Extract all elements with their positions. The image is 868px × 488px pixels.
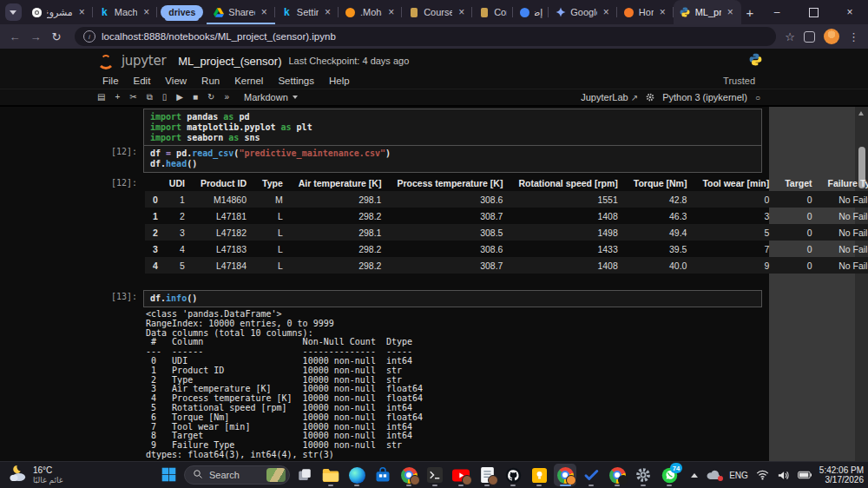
github-icon[interactable] <box>502 464 524 486</box>
debugger-icon[interactable] <box>646 89 654 105</box>
row-index: 4 <box>145 257 161 274</box>
profile-avatar[interactable] <box>824 29 839 44</box>
edge-icon[interactable] <box>345 464 368 486</box>
microsoft-store-icon[interactable] <box>372 464 394 486</box>
chrome-active-icon[interactable] <box>554 464 576 486</box>
browser-tab[interactable]: .Moham× <box>339 0 402 24</box>
code-cell-imports[interactable]: import pandas as pdimport matplotlib.pyp… <box>143 109 762 147</box>
window-close-button[interactable]: × <box>832 0 868 24</box>
tab-close-icon[interactable]: × <box>323 6 332 18</box>
menu-run[interactable]: Run <box>201 76 220 86</box>
url-text[interactable]: localhost:8888/notebooks/ML_project_(sen… <box>102 31 336 42</box>
browser-tab[interactable]: Com <box>472 0 513 24</box>
menu-settings[interactable]: Settings <box>278 76 314 86</box>
code-cell-info[interactable]: df.info() <box>143 290 762 307</box>
paste-cell-icon[interactable]: ▯ <box>162 93 168 102</box>
tab-close-icon[interactable]: × <box>260 6 269 18</box>
battery-icon[interactable] <box>798 471 812 479</box>
table-cell: No Failure <box>820 241 868 257</box>
code-cell-read-csv[interactable]: df = pd.read_csv("predictive_maintenance… <box>143 145 762 173</box>
tab-close-icon[interactable]: × <box>141 6 151 18</box>
cut-cell-icon[interactable]: ✂ <box>129 93 136 102</box>
tab-group-drives[interactable]: drives <box>161 5 203 19</box>
language-indicator[interactable]: ENG <box>729 471 748 480</box>
extensions-icon[interactable] <box>804 31 815 43</box>
search-box[interactable]: Search <box>184 465 290 485</box>
notebook-title[interactable]: ML_project_(sensor) <box>178 55 281 68</box>
google-keep-icon[interactable] <box>528 464 550 486</box>
chrome-profile-icon[interactable] <box>398 464 420 486</box>
start-button[interactable] <box>161 467 176 485</box>
bookmark-star-icon[interactable]: ☆ <box>785 30 795 43</box>
browser-tab[interactable]: kSettings× <box>275 0 339 24</box>
blue-site-icon <box>519 7 530 18</box>
chatgpt-icon <box>31 7 43 18</box>
browser-tab[interactable]: ML_proje× <box>674 0 741 24</box>
new-tab-button[interactable]: + <box>741 2 759 23</box>
document-app-icon[interactable] <box>476 464 498 486</box>
restart-kernel-icon[interactable]: ↻ <box>207 93 214 102</box>
save-icon[interactable]: ▤ <box>97 93 105 102</box>
browser-tab[interactable]: مشروع تد× <box>25 0 93 24</box>
browser-tab[interactable]: Home× <box>617 0 674 24</box>
todo-icon[interactable] <box>580 464 602 486</box>
onedrive-cloud-icon[interactable] <box>706 470 721 480</box>
wifi-icon[interactable] <box>756 470 769 480</box>
run-cell-icon[interactable]: ▶ <box>176 93 183 102</box>
stop-kernel-icon[interactable]: ■ <box>193 93 198 102</box>
window-minimize-button[interactable]: – <box>759 0 795 24</box>
running-indicator <box>641 485 646 487</box>
menu-kernel[interactable]: Kernel <box>234 76 263 86</box>
tab-search-button[interactable] <box>5 3 22 21</box>
file-explorer-icon[interactable] <box>319 464 342 486</box>
tab-close-icon[interactable]: × <box>386 6 396 18</box>
cell-type-dropdown[interactable]: Markdown <box>244 92 298 102</box>
profile-badge-icon <box>618 475 628 485</box>
chrome-secondary-icon[interactable] <box>606 464 628 486</box>
browser-tab[interactable]: إضا <box>513 0 549 24</box>
tab-title: Com <box>494 7 507 17</box>
cell-type-value: Markdown <box>244 92 288 102</box>
browser-tab[interactable]: Shared w× <box>207 0 275 24</box>
browser-tab[interactable]: kMachine× <box>93 0 158 24</box>
terminal-icon[interactable] <box>424 464 446 486</box>
tab-close-icon[interactable]: × <box>457 6 466 18</box>
scrollbar[interactable] <box>855 107 868 463</box>
window-maximize-button[interactable] <box>795 0 832 24</box>
code-line: df = pd.read_csv("predictive_maintenance… <box>150 148 755 159</box>
menu-help[interactable]: Help <box>329 76 350 86</box>
site-info-icon[interactable] <box>83 30 95 43</box>
restart-run-all-icon[interactable]: » <box>224 93 229 102</box>
clock[interactable]: 5:42:06 PM 3/17/2026 <box>819 465 864 485</box>
browser-tab[interactable]: Google C× <box>549 0 617 24</box>
copy-cell-icon[interactable]: ⧉ <box>147 93 153 102</box>
browser-tab[interactable]: Course: C× <box>402 0 472 24</box>
column-header: UDI <box>161 175 193 191</box>
tab-close-icon[interactable]: × <box>658 6 667 18</box>
menu-edit[interactable]: Edit <box>134 76 151 86</box>
tray-chevron-up-icon[interactable] <box>691 473 698 478</box>
tab-close-icon[interactable]: × <box>726 6 735 18</box>
tab-close-icon[interactable]: × <box>602 6 611 18</box>
address-bar[interactable]: localhost:8888/notebooks/ML_project_(sen… <box>75 27 776 46</box>
menu-file[interactable]: File <box>102 76 119 86</box>
settings-icon[interactable] <box>632 464 654 486</box>
table-cell: 39.5 <box>626 241 695 257</box>
tab-title: Course: C <box>424 7 452 17</box>
add-cell-icon[interactable]: + <box>115 93 120 102</box>
back-button[interactable]: ← <box>5 30 24 43</box>
whatsapp-icon[interactable]: 74 <box>658 464 681 486</box>
scroll-up-icon[interactable] <box>858 111 864 115</box>
menu-view[interactable]: View <box>165 76 187 86</box>
open-in-jupyterlab-link[interactable]: JupyterLab ↗ <box>581 92 638 102</box>
browser-menu-icon[interactable]: ⋮ <box>848 30 859 43</box>
tab-close-icon[interactable]: × <box>77 6 87 18</box>
code-line: import seaborn as sns <box>150 133 755 143</box>
weather-widget[interactable]: 16°C غائم غالبًا <box>9 465 62 485</box>
volume-icon[interactable] <box>777 470 790 481</box>
forward-button[interactable]: → <box>26 30 45 43</box>
youtube-icon[interactable] <box>450 464 472 486</box>
reload-button[interactable]: ↻ <box>47 30 66 43</box>
kernel-name[interactable]: Python 3 (ipykernel) <box>662 92 747 102</box>
task-view-icon[interactable] <box>293 464 316 486</box>
